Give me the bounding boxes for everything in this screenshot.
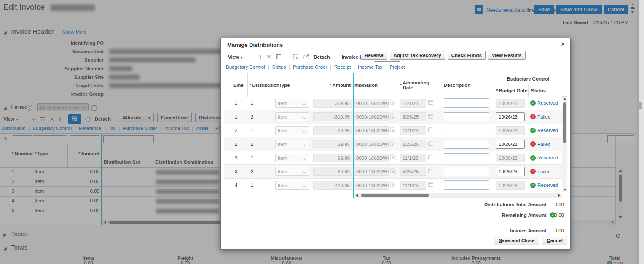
scroll-right-icon[interactable] [558,194,560,197]
budget-date-input[interactable]: 10/26/23 [496,112,525,121]
status-label[interactable]: Failed [537,142,550,147]
dialog-vscrollbar[interactable] [562,96,567,192]
combination-input: 0000-1602DWI-000 [354,181,389,190]
budget-date-input: 10/26/23 [496,154,525,162]
tab-status[interactable]: Status [272,65,286,70]
scroll-up-icon[interactable] [563,98,566,100]
cell-status: ✓Reserved [529,178,564,192]
description-input[interactable] [444,140,489,149]
description-input[interactable] [444,153,489,162]
select-column-icon[interactable] [292,54,299,60]
type-select: Item⌄ [275,112,309,121]
distribution-row[interactable]: 12Item⌄-319.950000-1602DWI-0003/25/2510/… [224,110,562,124]
scroll-down-icon[interactable] [563,189,566,191]
search-lov-icon[interactable] [390,181,396,189]
detach-label[interactable]: Detach [314,54,330,59]
search-lov-icon[interactable] [390,140,396,148]
distribution-row[interactable]: 11Item⌄319.950000-1602DWI-00011/1/2310/2… [224,96,562,110]
col-combination[interactable]: mbination [354,73,397,97]
delete-row-icon[interactable]: ✕ [266,54,271,60]
col-type[interactable]: *Type [274,73,311,97]
tab-separator: | [289,65,290,70]
view-results-button[interactable]: View Results [488,51,526,60]
close-icon[interactable]: ✕ [561,41,565,47]
distribution-row[interactable]: 31Item⌄69.900000-1602DWI-00011/1/2310/26… [224,151,562,165]
cell-accounting-date: 11/1/23 [397,151,441,164]
distribution-row[interactable]: 41Item⌄429.950000-1602DWI-00011/1/2310/2… [224,178,562,192]
cell-distribution: 2 [248,137,277,151]
search-lov-icon[interactable] [390,113,396,121]
calendar-icon [428,127,434,134]
status-label[interactable]: Reserved [537,155,558,160]
budget-date-input[interactable]: 10/26/23 [496,140,525,149]
status-ok-icon: ✓ [530,128,536,133]
line-value: 3 [235,155,237,160]
freeze-columns-icon[interactable] [275,54,282,60]
budget-date-input[interactable]: 10/26/23 [496,167,525,176]
tab-project[interactable]: Project [389,65,405,70]
adjust-tax-recovery-button[interactable]: Adjust Tax Recovery [390,51,445,60]
type-select: Item⌄ [275,181,309,190]
col-budget-date[interactable]: *Budget Date [494,85,529,97]
cell-type: Item⌄ [274,165,311,178]
dialog-hscrollbar[interactable] [354,193,562,198]
chevron-down-icon: ⌄ [302,154,306,162]
col-description[interactable]: Description [441,73,494,97]
budget-date-input: 10/26/23 [496,181,525,190]
add-row-icon[interactable]: + [258,53,262,61]
col-line[interactable]: Line [231,73,248,97]
status-label[interactable]: Reserved [537,183,558,188]
dialog-view-menu[interactable]: View▼ [228,54,243,59]
edit-invoice-page: Edit Invoice Needs revalidation Invoice … [0,0,644,264]
col-distribution[interactable]: *Distribution [248,73,274,97]
distribution-row[interactable]: 32Item⌄-69.900000-1602DWI-0003/25/2510/2… [224,165,562,179]
status-ok-icon: ✓ [530,155,536,161]
accounting-date-input: 11/1/23 [400,181,426,190]
search-lov-icon[interactable] [390,168,396,175]
distribution-row[interactable]: 21Item⌄29.950000-1602DWI-00011/1/2310/26… [224,124,562,137]
search-lov-icon[interactable] [390,154,396,162]
cell-amount: -319.95 [311,110,354,124]
scroll-left-icon[interactable] [356,194,358,197]
search-lov-icon[interactable] [390,99,396,107]
reverse-button[interactable]: Reverse [361,51,387,60]
tab-receipt[interactable]: Receipt [334,65,351,70]
dialog-vscroll-thumb[interactable] [563,102,566,143]
tab-budgetary-control[interactable]: Budgetary Control [226,65,265,70]
page-scrollbar-thumb[interactable] [639,102,642,109]
description-input[interactable] [444,112,489,121]
dialog-frozen-pane-divider[interactable] [353,73,354,198]
dialog-cancel-button[interactable]: Cancel [542,236,567,245]
cell-description [441,178,494,192]
tab-separator: | [386,65,387,70]
description-input[interactable] [444,180,489,190]
chevron-down-icon: ⌄ [302,99,306,107]
cell-type: Item⌄ [274,151,311,164]
status-label[interactable]: Failed [537,114,550,119]
description-input[interactable] [444,167,489,176]
status-label[interactable]: Reserved [537,100,558,105]
cell-description [441,124,494,137]
dialog-save-and-close-button[interactable]: Save and Close [494,236,539,245]
type-value: Item [278,140,287,148]
check-funds-button[interactable]: Check Funds [448,51,486,60]
status-label[interactable]: Failed [537,169,550,174]
cell-combination: 0000-1602DWI-000 [354,96,397,110]
detach-icon[interactable] [303,54,309,60]
distribution-row[interactable]: 22Item⌄-29.950000-1602DWI-0003/25/2510/2… [224,137,562,151]
col-amount[interactable]: *Amount [311,73,354,97]
cell-status: ✓Reserved [529,151,564,164]
status-label[interactable]: Reserved [537,128,558,133]
col-status[interactable]: Status [529,85,562,97]
tab-income-tax[interactable]: Income Tax [358,65,383,70]
description-input[interactable] [444,98,489,108]
summary-divider [548,223,565,223]
tab-purchase-order[interactable]: Purchase Order [293,65,327,70]
cell-budget-date: 10/26/23 [494,110,529,124]
col-accounting-date[interactable]: *Accounting Date [397,73,441,97]
description-input[interactable] [444,126,489,135]
dialog-hscroll-thumb[interactable] [361,194,429,197]
search-lov-icon[interactable] [390,127,396,134]
distribution-value: 1 [251,155,253,160]
distribution-value: 2 [251,114,253,119]
